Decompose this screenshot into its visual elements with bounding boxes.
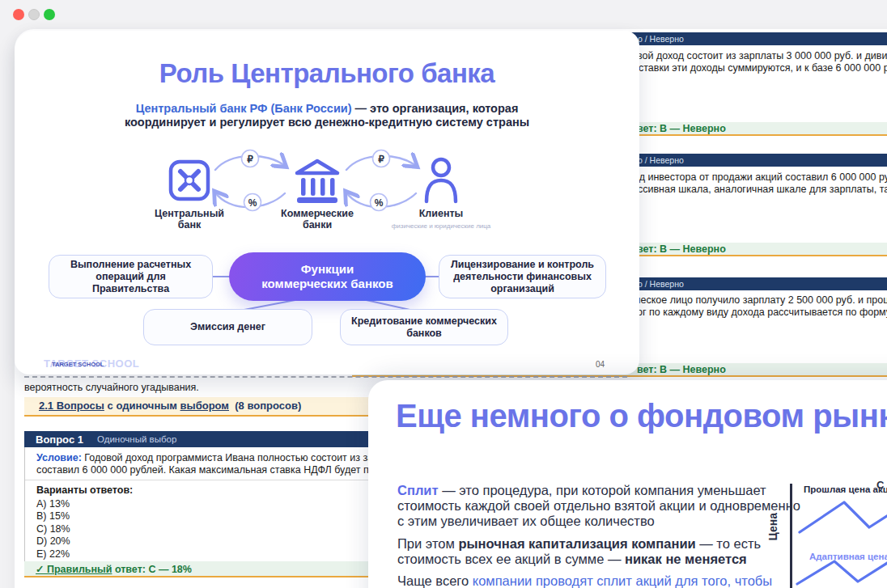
- clipped-text-line: [24, 376, 627, 378]
- svg-text:₽: ₽: [247, 154, 253, 165]
- node-label-commercial-banks: Коммерческие банки: [257, 208, 378, 231]
- bold-no-change: никак не меняется: [625, 552, 747, 566]
- condition-label: Условие:: [36, 452, 82, 463]
- probability-line: вероятность случайного угадывания.: [24, 382, 199, 393]
- bank-icon: [297, 161, 337, 203]
- question-1-answer: ✓ Правильный ответ: C — 18%: [36, 563, 192, 575]
- text: Чаще всего: [397, 573, 473, 588]
- function-box-lending: Кредитование коммерческих банков: [340, 309, 508, 345]
- subtitle-line2: координирует и регулирует всю денежно-кр…: [125, 116, 529, 129]
- answer-check-word: ✓ Правильный: [36, 564, 112, 575]
- quiz-condition-line: ческое лицо получило зарплату 2 500 000 …: [635, 294, 887, 306]
- screen: о / Неверно вой доход состоит из зарплат…: [0, 0, 887, 588]
- quiz-condition-line: ссивная шкала, аналогичная шкале для зар…: [638, 184, 887, 195]
- heading-part: 2.1 Вопросы: [39, 400, 104, 412]
- quiz-condition-line: вой доход состоит из зарплаты 3 000 000 …: [637, 50, 887, 61]
- quiz-answer-text: вет: B — Неверно: [637, 243, 726, 255]
- heading-part: выбором: [180, 400, 229, 412]
- split-definition: — это процедура, при которой компания ум…: [397, 483, 800, 528]
- slide2-paragraph-split: Сплит — это процедура, при которой компа…: [397, 483, 800, 529]
- quiz-section-header-label: о / Неверно: [638, 34, 684, 44]
- question-1-title: Вопрос 1: [36, 434, 83, 446]
- chart-y-axis: [790, 484, 792, 588]
- svg-text:₽: ₽: [378, 154, 384, 165]
- function-box-emission: Эмиссия денег: [143, 309, 312, 345]
- traffic-light-close-button[interactable]: [13, 9, 24, 20]
- options-label: Варианты ответов:: [36, 484, 133, 496]
- node-label-clients: Клиенты физические и юридические лица: [380, 208, 502, 232]
- quiz-answer-text: вет: B — Неверно: [637, 364, 726, 375]
- page-number: 04: [596, 360, 605, 369]
- option-a: A) 13%: [36, 498, 70, 510]
- option-c: C) 18%: [36, 523, 70, 535]
- traffic-light-zoom-button[interactable]: [44, 9, 55, 20]
- option-e: E) 22%: [36, 548, 70, 561]
- quiz-answer-text: вет: B — Неверно: [637, 123, 726, 134]
- subtitle-rest: — это организация, которая: [352, 102, 519, 115]
- node-label-central-bank: Центральный банк: [129, 208, 250, 231]
- past-price-line: [800, 502, 887, 532]
- ruble-icon: ₽: [373, 150, 390, 167]
- quiz-section-header-label: о / Неверно: [638, 279, 684, 289]
- quiz-condition-line: ог по каждому виду дохода рассчитывается…: [637, 307, 887, 318]
- slide-stock-market: Еще немного о фондовом рынке Сплит — это…: [368, 380, 887, 588]
- link-why-split: компании проводят сплит акций для того, …: [473, 573, 772, 588]
- slide1-subtitle: Центральный банк РФ (Банк России) — это …: [15, 102, 639, 129]
- question-1-type: Одиночный выбор: [97, 434, 176, 444]
- slide-central-bank-role: Роль Центрального банка Центральный банк…: [15, 31, 639, 374]
- quiz-condition-line: од инвестора от продажи акций составил 6…: [634, 171, 887, 183]
- adaptive-price-line: [797, 561, 887, 584]
- vault-icon: [171, 162, 208, 199]
- watermark-badge: TARGET SCHOOL: [52, 361, 104, 368]
- svg-text:%: %: [248, 197, 257, 209]
- ruble-icon: ₽: [242, 150, 259, 167]
- slide2-paragraph-why: Чаще всего компании проводят сплит акций…: [397, 573, 772, 588]
- quiz-subsection-heading: 2.1 Вопросы с одиночным выбором (8 вопро…: [39, 400, 301, 412]
- options-list: A) 13% B) 15% C) 18% D) 20% E) 22%: [36, 498, 70, 561]
- slide2-title: Еще немного о фондовом рынке: [396, 398, 887, 434]
- heading-part: с одиночным: [104, 400, 180, 412]
- split-term: Сплит: [397, 483, 439, 497]
- quiz-section-header-label: о / Неверно: [638, 155, 684, 165]
- clients-label: Клиенты: [419, 208, 464, 219]
- subtitle-highlight: Центральный банк РФ (Банк России): [136, 102, 352, 115]
- quiz-condition-line: ставки эти доходы суммируются, и к базе …: [639, 62, 887, 74]
- svg-text:%: %: [375, 197, 384, 209]
- chart-y-label: Цена: [766, 513, 779, 540]
- text: При этом: [397, 536, 458, 551]
- person-icon: [427, 159, 456, 201]
- function-pill: Функции коммерческих банков: [229, 252, 426, 301]
- heading-part: (8 вопросов): [229, 400, 301, 412]
- option-d: D) 20%: [36, 535, 70, 548]
- clients-sublabel: физические и юридические лица: [392, 222, 491, 230]
- option-b: B) 15%: [36, 510, 70, 522]
- function-box-settlements: Выполнение расчетных операций для Правит…: [49, 255, 213, 298]
- slide2-paragraph-capitalization: При этом рыночная капитализация компании…: [397, 536, 761, 567]
- price-chart: [793, 493, 887, 588]
- watermark-logo: TARGET SCHOOL TARGET SCHOOL: [44, 357, 139, 370]
- function-box-licensing: Лицензирование и контроль деятельности ф…: [439, 255, 606, 298]
- answer-rest: ответ: C — 18%: [112, 564, 191, 575]
- traffic-light-minimize-button[interactable]: [28, 9, 40, 20]
- slide1-title: Роль Центрального банка: [15, 58, 639, 89]
- bold-capitalization: рыночная капитализация компании: [458, 536, 695, 551]
